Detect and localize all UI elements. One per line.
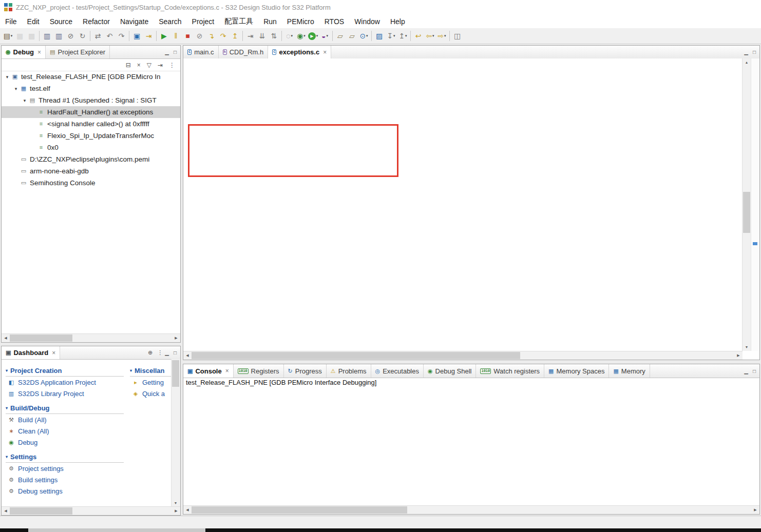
menu-item-file[interactable]: File (0, 16, 22, 27)
scroll-left-icon[interactable]: ◀ (2, 507, 10, 515)
scroll-right-icon[interactable]: ▶ (172, 334, 180, 342)
disconnect-button[interactable]: ⊘ (194, 30, 205, 42)
tree-item-9[interactable]: ▭Semihosting Console (2, 177, 180, 189)
search-button[interactable]: ⊙▾ (358, 30, 370, 42)
debug-hscroll-thumb[interactable] (10, 334, 72, 342)
minimize-button[interactable]: ▁ (165, 350, 169, 356)
tree-item-0[interactable]: ▾▣test_Release_FLASH_PNE [GDB PEMicro In (2, 71, 180, 83)
console-tab-watch-registers[interactable]: 1010Watch registers (476, 364, 544, 378)
open-type-button[interactable]: ▱ (334, 30, 346, 42)
console-tab-console[interactable]: ▣Console× (183, 364, 234, 378)
debug-tab-project-explorer[interactable]: ▤Project Explorer (46, 46, 110, 58)
save-all-button[interactable]: ▩ (26, 30, 37, 42)
scroll-down-icon[interactable]: ▼ (743, 343, 751, 351)
instruction-stepping-mode-icon[interactable]: ⇥ (158, 62, 163, 69)
new-wizard-button[interactable]: ▤▾ (2, 30, 14, 42)
debug-button[interactable]: ◉▾ (295, 30, 307, 42)
console-tab-registers[interactable]: 1010Registers (234, 364, 284, 378)
annotation-pencil-button[interactable]: ▨ (373, 30, 385, 42)
close-icon[interactable]: × (323, 49, 327, 56)
maximize-button[interactable]: □ (753, 49, 756, 55)
tree-item-2[interactable]: ▾▤Thread #1 (Suspended : Signal : SIGT (2, 94, 180, 106)
scroll-left-icon[interactable]: ◀ (183, 506, 192, 514)
editor-hscroll-thumb[interactable] (192, 352, 520, 359)
tree-item-1[interactable]: ▾▦test.elf (2, 83, 180, 94)
last-edit-location-button[interactable]: ↩ (412, 30, 424, 42)
scroll-right-icon[interactable]: ▶ (172, 507, 180, 515)
previous-annotation-button[interactable]: ↥▾ (397, 30, 409, 42)
clean-all-link[interactable]: ∗Clean (All) (6, 425, 124, 437)
editor-vscroll-thumb[interactable] (743, 192, 750, 233)
dashboard-section-project-creation[interactable]: ▾Project Creation (6, 365, 124, 377)
minimize-button[interactable]: ▁ (744, 368, 748, 374)
code-editor[interactable] (183, 58, 743, 351)
link-with-editor-button[interactable]: ⇥ (143, 30, 155, 42)
minimize-button[interactable]: ▁ (165, 49, 169, 55)
s32ds-application-project-link[interactable]: ◧S32DS Application Project (6, 377, 124, 388)
remove-all-terminated-icon[interactable]: × (137, 62, 141, 69)
menu-item-refactor[interactable]: Refactor (78, 16, 115, 27)
console-tab-memory-spaces[interactable]: ▦Memory Spaces (544, 364, 609, 378)
menu-item-help[interactable]: Help (385, 16, 410, 27)
back-button[interactable]: ⇦▾ (424, 30, 436, 42)
scroll-up-icon[interactable]: ▲ (743, 58, 751, 66)
debug-link[interactable]: ◉Debug (6, 437, 124, 448)
coverage-button[interactable]: ◒▾ (319, 30, 331, 42)
next-annotation-button[interactable]: ↧▾ (385, 30, 397, 42)
undo-button[interactable]: ↶ (104, 30, 116, 42)
editor-tab-cdd-rm-h[interactable]: hCDD_Rm.h (219, 46, 269, 58)
tree-expander-icon[interactable]: ▾ (12, 86, 20, 91)
pin-editor-button[interactable]: ◫ (451, 30, 463, 42)
dashboard-hscroll-thumb[interactable] (10, 507, 72, 515)
resume-button[interactable]: ▶ (158, 30, 170, 42)
dashboard-section-miscellan[interactable]: ▾Miscellan (130, 365, 172, 377)
scroll-left-icon[interactable]: ◀ (2, 334, 10, 342)
minimize-button[interactable]: ▁ (744, 49, 748, 55)
menu-item-window[interactable]: Window (349, 16, 385, 27)
menu-item-navigate[interactable]: Navigate (115, 16, 154, 27)
build-settings-link[interactable]: ⚙Build settings (6, 474, 124, 485)
close-icon[interactable]: × (52, 349, 55, 357)
skip-breakpoints-button[interactable]: ⊘ (65, 30, 77, 42)
menu-item-edit[interactable]: Edit (22, 16, 45, 27)
menu-item-run[interactable]: Run (258, 16, 282, 27)
trace-button[interactable]: ◌▾ (283, 30, 295, 42)
console-tab-memory[interactable]: ▦Memory (609, 364, 650, 378)
tree-item-3[interactable]: ≡HardFault_Handler() at exceptions (2, 106, 180, 118)
close-icon[interactable]: × (225, 367, 229, 375)
suspend-button[interactable]: ‖ (170, 30, 182, 42)
tree-item-4[interactable]: ≡<signal handler called>() at 0xfffff (2, 118, 180, 130)
scroll-left-icon[interactable]: ◀ (183, 351, 192, 359)
configure-icon[interactable]: ⊕ (148, 349, 153, 356)
step-into-button[interactable]: ↴ (205, 30, 217, 42)
overview-ruler[interactable] (751, 58, 759, 351)
quick-a-link[interactable]: ◈Quick a (130, 388, 172, 399)
debug-settings-link[interactable]: ⚙Debug settings (6, 485, 124, 497)
console-output[interactable] (183, 389, 757, 505)
menu-item-search[interactable]: Search (154, 16, 186, 27)
menu-item-idx-7[interactable]: 配置工具 (219, 15, 258, 28)
open-task-button[interactable]: ▱ (346, 30, 358, 42)
s32ds-library-project-link[interactable]: ▥S32DS Library Project (6, 388, 124, 399)
forward-button[interactable]: ⇨▾ (436, 30, 448, 42)
console-tab-debug-shell[interactable]: ◉Debug Shell (424, 364, 476, 378)
build-all-link[interactable]: ⚒Build (All) (6, 414, 124, 425)
save-button[interactable]: ▦ (14, 30, 26, 42)
scroll-right-icon[interactable]: ▶ (751, 506, 759, 514)
refresh-button[interactable]: ↻ (77, 30, 88, 42)
tree-item-7[interactable]: ▭D:\ZZC_NXP\eclipse\plugins\com.pemi (2, 153, 180, 165)
drop-to-frame-button[interactable]: ⇊ (256, 30, 268, 42)
menu-item-rtos[interactable]: RTOS (319, 16, 349, 27)
tree-item-5[interactable]: ≡Flexio_Spi_Ip_UpdateTransferMoc (2, 130, 180, 142)
dashboard-section-settings[interactable]: ▾Settings (6, 451, 124, 463)
editor-tab-main-c[interactable]: Cmain.c (183, 46, 219, 58)
console-tab-executables[interactable]: ◎Executables (371, 364, 424, 378)
redo-button[interactable]: ↷ (116, 30, 127, 42)
step-over-button[interactable]: ↷ (217, 30, 229, 42)
getting-link[interactable]: ▸Getting (130, 377, 172, 388)
step-return-button[interactable]: ↥ (229, 30, 241, 42)
editor-tab-exceptions-c[interactable]: Cexceptions.c× (268, 46, 331, 58)
open-console-button[interactable]: ▣ (131, 30, 143, 42)
tree-expander-icon[interactable]: ▾ (4, 74, 11, 80)
run-button[interactable]: ▶▾ (307, 30, 319, 42)
